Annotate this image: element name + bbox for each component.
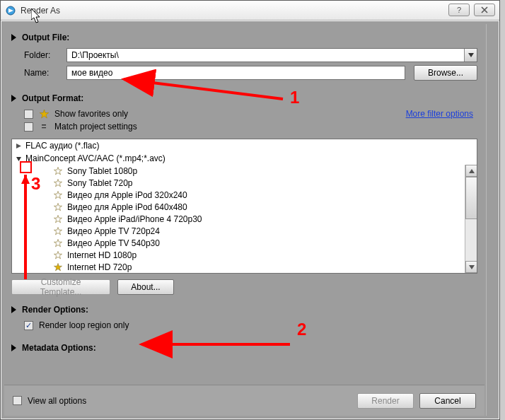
preset-label: Видео для Apple iPod 320x240 bbox=[67, 190, 187, 200]
metadata-options-heading: Metadata Options: bbox=[22, 343, 96, 353]
bottom-bar: View all options Render Cancel bbox=[4, 385, 484, 416]
folder-dropdown[interactable]: D:\Проекты\ bbox=[66, 48, 477, 62]
right-strip bbox=[486, 24, 496, 416]
star-icon[interactable] bbox=[53, 262, 63, 272]
star-outline-icon[interactable] bbox=[53, 250, 63, 260]
output-format-heading: Output Format: bbox=[22, 93, 83, 103]
output-format-header[interactable]: Output Format: bbox=[11, 89, 477, 106]
collapse-icon[interactable] bbox=[15, 155, 23, 163]
close-button[interactable] bbox=[474, 4, 495, 16]
star-outline-icon[interactable] bbox=[53, 202, 63, 212]
match-project-checkbox[interactable] bbox=[24, 122, 33, 132]
folder-value: D:\Проекты\ bbox=[67, 49, 464, 62]
star-icon bbox=[39, 109, 49, 119]
loop-region-label: Render loop region only bbox=[39, 320, 129, 330]
expander-icon bbox=[11, 34, 16, 41]
scroll-thumb[interactable] bbox=[465, 177, 477, 219]
star-outline-icon[interactable] bbox=[53, 238, 63, 248]
show-favorites-label: Show favorites only bbox=[54, 109, 128, 119]
window-title: Render As bbox=[21, 6, 60, 16]
folder-dropdown-button[interactable] bbox=[464, 49, 477, 62]
output-file-heading: Output File: bbox=[22, 33, 69, 42]
preset-label: Internet HD 1080p bbox=[67, 250, 137, 260]
star-outline-icon[interactable] bbox=[53, 166, 63, 176]
show-favorites-checkbox[interactable] bbox=[24, 110, 33, 119]
more-filter-link[interactable]: More filter options bbox=[406, 109, 473, 119]
loop-region-checkbox[interactable] bbox=[24, 321, 33, 330]
preset-item[interactable]: Internet HD 1080p bbox=[12, 249, 477, 261]
name-label: Name: bbox=[24, 68, 66, 78]
preset-label: Видео для Apple iPod 640x480 bbox=[67, 202, 187, 212]
app-icon bbox=[5, 5, 16, 16]
preset-label: Sony Tablet 720p bbox=[67, 178, 133, 188]
client-area: Output File: Folder: D:\Проекты\ Name: bbox=[1, 21, 499, 419]
output-file-header[interactable]: Output File: bbox=[11, 28, 477, 45]
help-button[interactable]: ? bbox=[448, 4, 470, 16]
preset-label: Видео Apple iPad/iPhone 4 720p30 bbox=[67, 214, 202, 224]
window-buttons: ? bbox=[448, 4, 495, 16]
inner-panel: Output File: Folder: D:\Проекты\ Name: bbox=[4, 24, 484, 416]
match-project-label: Match project settings bbox=[54, 122, 137, 132]
preset-item[interactable]: Internet HD 720p bbox=[12, 261, 477, 273]
format-flac-label: FLAC аудио (*.flac) bbox=[25, 141, 100, 151]
star-outline-icon[interactable] bbox=[53, 190, 63, 200]
customize-template-button[interactable]: Customize Template... bbox=[11, 279, 110, 295]
star-outline-icon[interactable] bbox=[53, 226, 63, 236]
preset-label: Видео Apple TV 540p30 bbox=[67, 238, 160, 248]
expander-icon bbox=[11, 95, 16, 102]
scroll-down-button[interactable] bbox=[465, 261, 477, 273]
about-button[interactable]: About... bbox=[117, 279, 174, 295]
cancel-button[interactable]: Cancel bbox=[419, 393, 476, 409]
format-mainconcept-row[interactable]: MainConcept AVC/AAC (*.mp4;*.avc) bbox=[12, 152, 477, 165]
folder-label: Folder: bbox=[24, 50, 66, 60]
render-options-heading: Render Options: bbox=[22, 305, 88, 315]
preset-item[interactable]: Видео для Apple iPod 320x240 bbox=[12, 189, 477, 201]
preset-label: Видео Apple TV 720p24 bbox=[67, 226, 160, 236]
preset-list: Sony Tablet 1080pSony Tablet 720pВидео д… bbox=[12, 165, 477, 273]
metadata-options-header[interactable]: Metadata Options: bbox=[11, 339, 477, 356]
render-as-dialog: Render As ? Output File: Folder: D:\Прое… bbox=[0, 0, 500, 420]
scrollbar[interactable] bbox=[465, 165, 477, 273]
browse-button[interactable]: Browse... bbox=[414, 65, 477, 81]
render-options-header[interactable]: Render Options: bbox=[11, 301, 477, 317]
star-outline-icon[interactable] bbox=[53, 178, 63, 188]
expander-icon bbox=[11, 344, 16, 351]
preset-item[interactable]: Sony Tablet 720p bbox=[12, 177, 477, 189]
format-flac-row[interactable]: FLAC аудио (*.flac) bbox=[12, 139, 477, 152]
preset-label: Sony Tablet 1080p bbox=[67, 166, 137, 176]
name-input[interactable] bbox=[66, 66, 405, 80]
preset-item[interactable]: Видео для Apple iPod 640x480 bbox=[12, 201, 477, 213]
render-button[interactable]: Render bbox=[357, 393, 414, 409]
preset-item[interactable]: Sony Tablet 1080p bbox=[12, 165, 477, 177]
star-outline-icon[interactable] bbox=[53, 214, 63, 224]
expand-icon[interactable] bbox=[15, 142, 23, 150]
preset-item[interactable]: Видео Apple TV 720p24 bbox=[12, 225, 477, 237]
view-all-checkbox[interactable] bbox=[13, 396, 22, 405]
equals-icon: = bbox=[39, 122, 49, 132]
titlebar[interactable]: Render As ? bbox=[1, 1, 499, 21]
preset-item[interactable]: Видео Apple iPad/iPhone 4 720p30 bbox=[12, 213, 477, 225]
format-mainconcept-label: MainConcept AVC/AAC (*.mp4;*.avc) bbox=[25, 153, 166, 163]
format-tree: FLAC аудио (*.flac) MainConcept AVC/AAC … bbox=[11, 139, 477, 274]
view-all-label: View all options bbox=[28, 396, 86, 406]
scroll-up-button[interactable] bbox=[465, 165, 477, 177]
preset-label: Internet HD 720p bbox=[67, 262, 132, 272]
expander-icon bbox=[11, 306, 16, 313]
preset-item[interactable]: Видео Apple TV 540p30 bbox=[12, 237, 477, 249]
